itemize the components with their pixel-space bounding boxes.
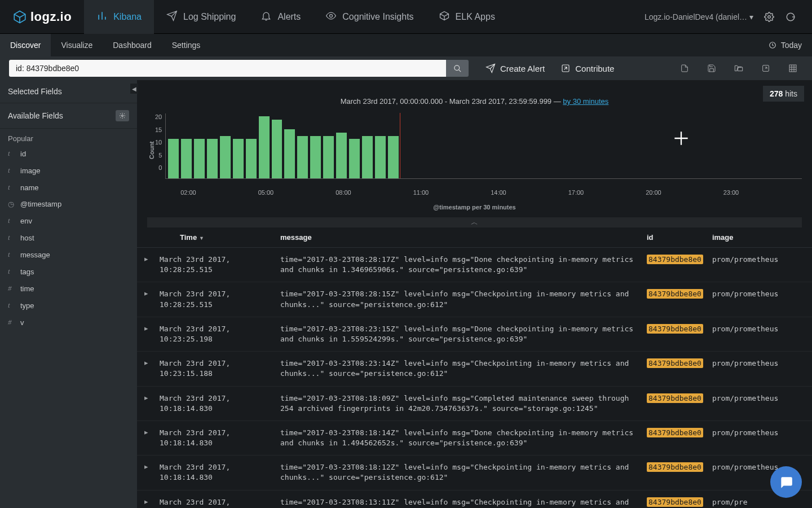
row-expand-icon[interactable]: ▸ xyxy=(137,456,155,490)
field-type-icon: # xyxy=(8,318,15,327)
save-icon[interactable] xyxy=(706,63,717,74)
cell-message: time="2017-03-23T08:28:15Z" level=info m… xyxy=(276,282,642,317)
row-expand-icon[interactable]: ▸ xyxy=(137,317,155,351)
field-type-icon: t xyxy=(8,183,15,192)
field-settings-icon[interactable] xyxy=(116,110,129,121)
histogram-plot[interactable] xyxy=(165,113,802,179)
search-input[interactable] xyxy=(9,60,446,77)
histogram-bar[interactable] xyxy=(388,136,399,178)
histogram-bar[interactable] xyxy=(323,136,334,178)
share-icon xyxy=(561,63,571,73)
cell-id: 84379bdbe8e0 xyxy=(642,282,708,317)
field-v[interactable]: #v xyxy=(0,314,137,331)
intercom-chat-button[interactable] xyxy=(770,466,802,498)
time-filter[interactable]: Today xyxy=(781,41,802,50)
field-host[interactable]: thost xyxy=(0,229,137,246)
field-message[interactable]: tmessage xyxy=(0,246,137,263)
column-id[interactable]: id xyxy=(642,227,708,248)
available-fields-header[interactable]: Available Fields xyxy=(0,103,137,129)
row-expand-icon[interactable]: ▸ xyxy=(137,421,155,455)
field-at-timestamp[interactable]: ◷@timestamp xyxy=(0,196,137,212)
subtab-settings[interactable]: Settings xyxy=(162,34,211,56)
search-button[interactable] xyxy=(446,60,469,77)
histogram-bar[interactable] xyxy=(284,129,295,178)
subtab-discover[interactable]: Discover xyxy=(0,34,51,56)
field-env[interactable]: tenv xyxy=(0,212,137,229)
field-type[interactable]: ttype xyxy=(0,297,137,314)
histogram-bar[interactable] xyxy=(362,136,373,178)
external-icon[interactable] xyxy=(760,63,771,74)
table-row: ▸March 23rd 2017, 10:23:15.188time="2017… xyxy=(137,352,812,386)
histogram-bar[interactable] xyxy=(310,136,321,178)
bell-icon xyxy=(261,10,272,24)
y-axis-ticks: 20151050 xyxy=(155,113,165,179)
paperplane-icon xyxy=(166,10,178,24)
x-axis-ticks: 02:0005:0008:0011:0014:0017:0020:0023:00 xyxy=(175,189,802,197)
field-time[interactable]: #time xyxy=(0,280,137,297)
logz-logo-icon xyxy=(12,10,27,24)
gear-icon[interactable] xyxy=(764,11,775,23)
table-row: ▸March 23rd 2017, 10:18:14.830time="2017… xyxy=(137,456,812,490)
create-alert-button[interactable]: Create Alert xyxy=(486,63,545,73)
selected-fields-header[interactable]: Selected Fields xyxy=(0,80,137,103)
column-time[interactable]: Time xyxy=(180,233,197,242)
new-icon[interactable] xyxy=(679,63,690,74)
histogram-bar[interactable] xyxy=(246,139,257,178)
histogram-bar[interactable] xyxy=(233,139,244,178)
subtab-dashboard[interactable]: Dashboard xyxy=(103,34,162,56)
field-type-icon: # xyxy=(8,284,15,293)
nav-cognitive-insights[interactable]: Cognitive Insights xyxy=(313,0,426,34)
row-expand-icon[interactable]: ▸ xyxy=(137,352,155,386)
histogram-bar[interactable] xyxy=(207,139,218,178)
nav-alerts[interactable]: Alerts xyxy=(248,0,313,34)
interval-link[interactable]: by 30 minutes xyxy=(563,97,608,106)
field-name[interactable]: tname xyxy=(0,179,137,196)
nav-elk-apps[interactable]: ELK Apps xyxy=(426,0,508,34)
row-expand-icon[interactable]: ▸ xyxy=(137,248,155,282)
cell-message: time="2017-03-23T08:23:14Z" level=info m… xyxy=(276,352,642,386)
crosshair-cursor-icon xyxy=(673,130,689,146)
cell-id: 84379bdbe8e0 xyxy=(642,456,708,490)
search-icon xyxy=(453,64,462,73)
subtab-visualize[interactable]: Visualize xyxy=(51,34,103,56)
row-expand-icon[interactable]: ▸ xyxy=(137,490,155,508)
histogram-bar[interactable] xyxy=(194,139,205,178)
cell-time: March 23rd 2017, 10:28:25.515 xyxy=(155,248,276,282)
field-type-icon: t xyxy=(8,301,15,310)
grid-icon[interactable] xyxy=(787,63,798,74)
row-expand-icon[interactable]: ▸ xyxy=(137,386,155,421)
column-message[interactable]: message xyxy=(276,227,642,248)
svg-point-0 xyxy=(330,14,333,17)
histogram-bar[interactable] xyxy=(297,136,308,178)
table-row: ▸March 23rd 2017, 10:23:25.198time="2017… xyxy=(137,317,812,351)
field-tags[interactable]: ttags xyxy=(0,263,137,280)
histogram-bar[interactable] xyxy=(336,133,347,178)
logout-icon[interactable] xyxy=(785,11,796,23)
histogram-bar[interactable] xyxy=(375,136,386,178)
nav-kibana[interactable]: Kibana xyxy=(84,0,154,34)
open-icon[interactable] xyxy=(733,63,744,74)
field-id[interactable]: tid xyxy=(0,145,137,162)
histogram-bar[interactable] xyxy=(349,139,360,178)
cell-id: 84379bdbe8e0 xyxy=(642,317,708,351)
histogram-bar[interactable] xyxy=(181,139,192,178)
field-type-icon: t xyxy=(8,233,15,242)
clock-icon xyxy=(769,41,776,49)
column-image[interactable]: image xyxy=(708,227,812,248)
chart-title: March 23rd 2017, 00:00:00.000 - March 23… xyxy=(147,97,802,106)
histogram-bar[interactable] xyxy=(259,116,270,178)
histogram-bar[interactable] xyxy=(220,136,231,178)
nav-log-shipping[interactable]: Log Shipping xyxy=(154,0,248,34)
svg-rect-7 xyxy=(789,65,796,72)
chart-collapse-handle[interactable]: ︿ xyxy=(147,217,802,227)
field-image[interactable]: timage xyxy=(0,162,137,179)
account-dropdown[interactable]: Logz.io-DanielDev4 (daniel… ▾ xyxy=(645,12,753,21)
histogram-bar[interactable] xyxy=(168,139,179,178)
brand-text: logz.io xyxy=(30,10,72,24)
contribute-button[interactable]: Contribute xyxy=(561,63,614,73)
fields-sidebar: ◀ Selected Fields Available Fields Popul… xyxy=(0,80,137,508)
brand-logo[interactable]: logz.io xyxy=(0,10,84,24)
row-expand-icon[interactable]: ▸ xyxy=(137,282,155,317)
query-toolbar: Create Alert Contribute xyxy=(0,56,812,80)
histogram-bar[interactable] xyxy=(272,120,283,178)
